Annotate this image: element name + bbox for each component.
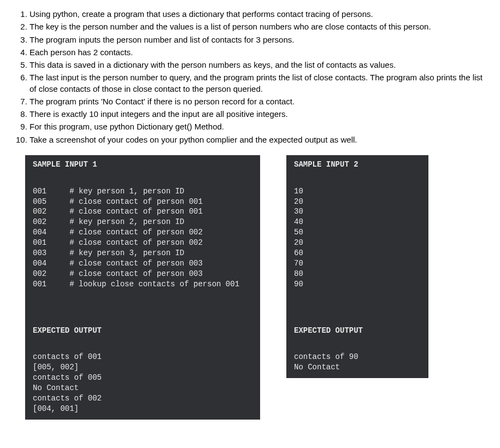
sample2-output-header: EXPECTED OUTPUT [286, 321, 428, 340]
instruction-item: Using python, create a program that uses… [30, 9, 490, 20]
instruction-item: The key is the person number and the val… [30, 21, 490, 32]
sample1-output-header: EXPECTED OUTPUT [25, 321, 260, 340]
instruction-item: There is exactly 10 input integers and t… [30, 109, 490, 120]
instruction-item: This data is saved in a dictionary with … [30, 60, 490, 70]
instruction-item: The last input is the person number to q… [30, 72, 490, 95]
instruction-item: The program inputs the person number and… [30, 34, 490, 45]
samples-row: SAMPLE INPUT 1 001 # key person 1, perso… [25, 155, 490, 420]
sample-column-1: SAMPLE INPUT 1 001 # key person 1, perso… [25, 155, 260, 420]
sample2-input-header: SAMPLE INPUT 2 [286, 155, 428, 174]
sample-column-2: SAMPLE INPUT 2 10 20 30 40 50 20 60 70 8… [286, 155, 428, 420]
sample2-input-body: 10 20 30 40 50 20 60 70 80 90 [286, 181, 428, 295]
sample1-output-body: contacts of 001 [005, 002] contacts of 0… [25, 346, 260, 419]
instruction-item: Each person has 2 contacts. [30, 47, 490, 58]
instruction-item: Take a screenshot of your codes on your … [30, 134, 490, 145]
sample1-input-header: SAMPLE INPUT 1 [25, 155, 260, 174]
sample2-output-body: contacts of 90 No Contact [286, 346, 428, 378]
instruction-item: For this program, use python Dictionary … [30, 121, 490, 132]
instruction-item: The program prints 'No Contact' if there… [30, 96, 490, 107]
sample1-input-body: 001 # key person 1, person ID 005 # clos… [25, 181, 260, 295]
instructions-list: Using python, create a program that uses… [10, 9, 490, 145]
